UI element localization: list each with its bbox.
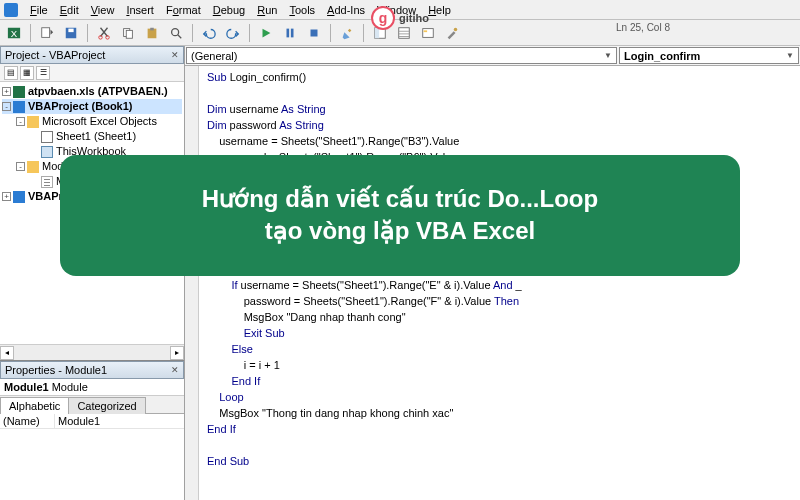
view-excel-icon[interactable]: X — [4, 23, 24, 43]
design-mode-icon[interactable] — [337, 23, 357, 43]
menu-tools[interactable]: Tools — [283, 2, 321, 18]
tree-item[interactable]: -Microsoft Excel Objects — [2, 114, 182, 129]
tab-categorized[interactable]: Categorized — [68, 397, 145, 414]
svg-rect-10 — [150, 27, 154, 30]
tree-toggle-icon[interactable]: - — [2, 102, 11, 111]
app-icon — [4, 3, 18, 17]
tree-label: VBAProject (Book1) — [28, 99, 133, 114]
tree-toggle-icon[interactable]: - — [16, 162, 25, 171]
title-overlay: Hướng dẫn viết cấu trúc Do...Loop tạo vò… — [60, 155, 740, 276]
tree-toggle-icon[interactable]: - — [16, 117, 25, 126]
svg-rect-12 — [287, 28, 290, 37]
vba-icon — [13, 101, 25, 113]
tab-alphabetic[interactable]: Alphabetic — [0, 397, 69, 414]
find-icon[interactable] — [166, 23, 186, 43]
code-header: (General) ▼ Login_confirm ▼ — [185, 46, 800, 66]
svg-text:X: X — [11, 27, 18, 38]
project-panel-toolbar: ▤ ▦ ☰ — [0, 64, 184, 82]
object-combo[interactable]: (General) ▼ — [186, 47, 617, 64]
property-row[interactable]: (Name)Module1 — [0, 414, 184, 429]
menu-add-ins[interactable]: Add-Ins — [321, 2, 371, 18]
wb-icon — [41, 146, 53, 158]
reset-icon[interactable] — [304, 23, 324, 43]
properties-tabs: Alphabetic Categorized — [0, 396, 184, 414]
run-icon[interactable] — [256, 23, 276, 43]
properties-panel-title: Properties - Module1 ✕ — [0, 361, 184, 379]
svg-rect-8 — [126, 30, 132, 38]
menu-format[interactable]: Format — [160, 2, 207, 18]
fold-icon — [27, 161, 39, 173]
insert-dropdown-icon[interactable] — [37, 23, 57, 43]
copy-icon[interactable] — [118, 23, 138, 43]
tree-label: Sheet1 (Sheet1) — [56, 129, 136, 144]
tree-label: atpvbaen.xls (ATPVBAEN.) — [28, 84, 168, 99]
redo-icon[interactable] — [223, 23, 243, 43]
procedure-combo[interactable]: Login_confirm ▼ — [619, 47, 799, 64]
svg-rect-14 — [311, 29, 318, 36]
svg-point-20 — [454, 27, 458, 31]
cursor-position: Ln 25, Col 8 — [616, 22, 670, 33]
mod-icon — [41, 176, 53, 188]
excel-icon — [13, 86, 25, 98]
tree-label: Microsoft Excel Objects — [42, 114, 157, 129]
menu-run[interactable]: Run — [251, 2, 283, 18]
code-gutter — [185, 66, 199, 500]
gitiho-logo: g gitiho — [371, 6, 429, 30]
cut-icon[interactable] — [94, 23, 114, 43]
logo-text: gitiho — [399, 12, 429, 24]
tree-item[interactable]: Sheet1 (Sheet1) — [2, 129, 182, 144]
scroll-right-icon[interactable]: ▸ — [170, 346, 184, 360]
properties-object[interactable]: Module1 Module — [0, 379, 184, 396]
menu-insert[interactable]: Insert — [120, 2, 160, 18]
chevron-down-icon: ▼ — [786, 51, 794, 60]
svg-rect-4 — [68, 28, 73, 32]
break-icon[interactable] — [280, 23, 300, 43]
fold-icon — [27, 116, 39, 128]
menu-debug[interactable]: Debug — [207, 2, 251, 18]
svg-rect-13 — [291, 28, 294, 37]
properties-panel: Properties - Module1 ✕ Module1 Module Al… — [0, 360, 184, 500]
tree-item[interactable]: -VBAProject (Book1) — [2, 99, 182, 114]
project-panel-title: Project - VBAProject ✕ — [0, 46, 184, 64]
undo-icon[interactable] — [199, 23, 219, 43]
view-code-icon[interactable]: ▤ — [4, 66, 18, 80]
project-panel-title-text: Project - VBAProject — [5, 49, 105, 61]
menu-edit[interactable]: Edit — [54, 2, 85, 18]
close-icon[interactable]: ✕ — [171, 365, 179, 375]
tree-toggle-icon[interactable]: + — [2, 192, 11, 201]
toolbox-icon[interactable] — [442, 23, 462, 43]
menu-view[interactable]: View — [85, 2, 121, 18]
properties-panel-title-text: Properties - Module1 — [5, 364, 107, 376]
properties-grid[interactable]: (Name)Module1 — [0, 414, 184, 500]
code-editor[interactable]: Sub Login_confirm() Dim username As Stri… — [199, 66, 800, 500]
svg-point-11 — [172, 28, 179, 35]
menu-file[interactable]: File — [24, 2, 54, 18]
svg-rect-2 — [42, 27, 50, 37]
tree-h-scroll[interactable]: ◂ ▸ — [0, 344, 184, 360]
toggle-folders-icon[interactable]: ☰ — [36, 66, 50, 80]
overlay-line1: Hướng dẫn viết cấu trúc Do...Loop — [84, 183, 716, 215]
vba-icon — [13, 191, 25, 203]
svg-rect-19 — [424, 30, 428, 32]
logo-icon: g — [371, 6, 395, 30]
close-icon[interactable]: ✕ — [171, 50, 179, 60]
save-icon[interactable] — [61, 23, 81, 43]
paste-icon[interactable] — [142, 23, 162, 43]
tree-toggle-icon[interactable]: + — [2, 87, 11, 96]
sheet-icon — [41, 131, 53, 143]
view-object-icon[interactable]: ▦ — [20, 66, 34, 80]
chevron-down-icon: ▼ — [604, 51, 612, 60]
tree-item[interactable]: +atpvbaen.xls (ATPVBAEN.) — [2, 84, 182, 99]
overlay-line2: tạo vòng lặp VBA Excel — [84, 215, 716, 247]
scroll-left-icon[interactable]: ◂ — [0, 346, 14, 360]
